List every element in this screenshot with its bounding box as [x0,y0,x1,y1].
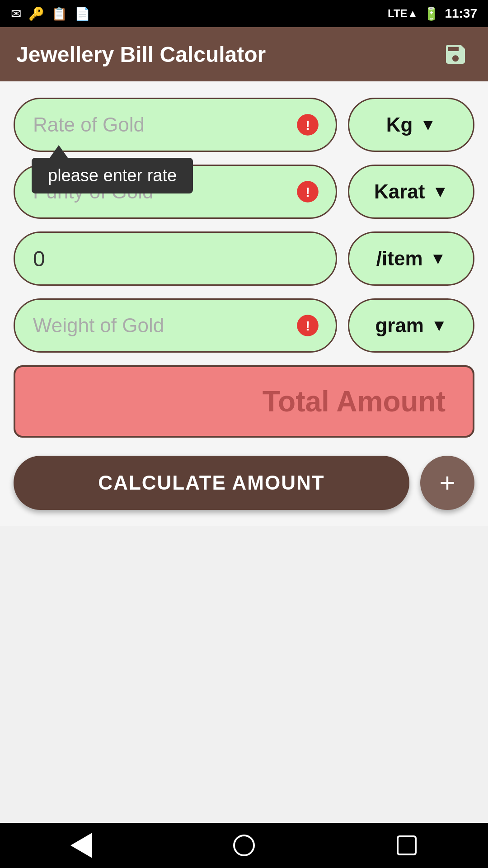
rate-of-gold-placeholder: Rate of Gold [33,113,145,136]
calculate-button[interactable]: CALCULATE AMOUNT [14,456,409,510]
weight-unit-arrow-icon: ▼ [431,316,447,335]
add-button[interactable]: + [420,456,474,510]
total-amount-text: Total Amount [263,385,446,418]
making-unit-value: /item [376,247,423,270]
add-button-label: + [439,469,455,496]
rate-error-icon: ! [296,113,319,137]
home-icon [233,835,255,856]
sim-icon: 📋 [52,6,67,21]
making-unit-arrow-icon: ▼ [430,249,446,268]
status-bar: ✉ 🔑 📋 📄 LTE▲ 🔋 11:37 [0,0,488,27]
bottom-buttons: CALCULATE AMOUNT + [14,456,474,510]
nav-bar [0,823,488,868]
gmail-icon: ✉ [11,6,21,21]
weight-error-icon: ! [296,314,319,337]
back-icon [70,833,92,858]
status-right: LTE▲ 🔋 11:37 [388,6,477,21]
weight-unit-value: gram [375,314,424,337]
making-charge-row: 0 /item ▼ [14,231,474,286]
nav-recent-button[interactable] [389,827,425,863]
purity-error-icon: ! [296,180,319,203]
rate-unit-value: Kg [386,113,413,136]
making-unit-dropdown[interactable]: /item ▼ [348,231,474,286]
purity-unit-value: Karat [374,180,425,203]
main-content: Rate of Gold ! Kg ▼ please enter rate Pu… [0,81,488,526]
signal-icon: LTE▲ [388,7,418,20]
app-bar: Jewellery Bill Calculator [0,27,488,81]
key-icon: 🔑 [28,6,44,21]
svg-text:!: ! [305,184,310,199]
making-charge-input[interactable]: 0 [14,231,337,286]
svg-text:!: ! [305,118,310,132]
rate-unit-arrow-icon: ▼ [420,115,436,134]
svg-text:!: ! [305,318,310,333]
rate-of-gold-input[interactable]: Rate of Gold ! [14,98,337,152]
nav-home-button[interactable] [226,827,262,863]
purity-unit-dropdown[interactable]: Karat ▼ [348,165,474,219]
status-icons: ✉ 🔑 📋 📄 [11,6,90,21]
recent-icon [397,835,417,855]
notes-icon: 📄 [75,6,90,21]
nav-back-button[interactable] [63,827,99,863]
save-icon [443,42,468,67]
weight-of-gold-placeholder: Weight of Gold [33,314,164,337]
rate-tooltip: please enter rate [32,145,193,193]
weight-of-gold-row: Weight of Gold ! gram ▼ [14,298,474,353]
time-display: 11:37 [445,6,477,21]
save-button[interactable] [439,38,472,71]
weight-of-gold-input[interactable]: Weight of Gold ! [14,298,337,353]
rate-unit-dropdown[interactable]: Kg ▼ [348,98,474,152]
purity-unit-arrow-icon: ▼ [432,182,448,201]
app-title: Jewellery Bill Calculator [16,42,266,67]
tooltip-text: please enter rate [32,158,193,193]
tooltip-arrow [50,145,68,158]
rate-of-gold-row: Rate of Gold ! Kg ▼ please enter rate [14,98,474,152]
calculate-button-label: CALCULATE AMOUNT [98,472,324,494]
making-charge-value: 0 [33,246,45,271]
weight-unit-dropdown[interactable]: gram ▼ [348,298,474,353]
battery-icon: 🔋 [423,6,439,21]
total-amount-field: Total Amount [14,365,474,438]
